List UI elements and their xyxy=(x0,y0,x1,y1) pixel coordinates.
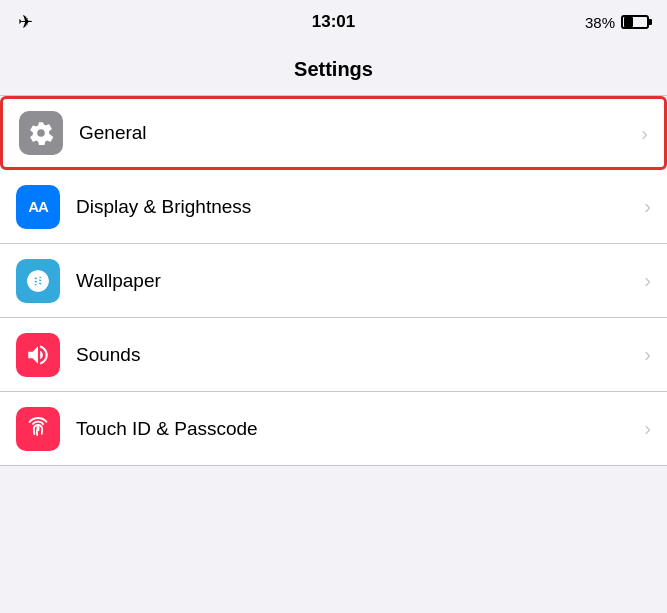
general-chevron: › xyxy=(641,122,648,145)
settings-item-sounds[interactable]: Sounds › xyxy=(0,318,667,392)
wallpaper-svg xyxy=(25,268,51,294)
gear-svg xyxy=(28,120,54,146)
wallpaper-label: Wallpaper xyxy=(76,270,644,292)
general-label: General xyxy=(79,122,641,144)
battery-percent: 38% xyxy=(585,14,615,31)
aa-text: AA xyxy=(28,198,48,215)
touchid-svg xyxy=(25,416,51,442)
nav-bar: Settings xyxy=(0,44,667,96)
display-chevron: › xyxy=(644,195,651,218)
status-bar: ✈ 13:01 38% xyxy=(0,0,667,44)
settings-item-touchid[interactable]: Touch ID & Passcode › xyxy=(0,392,667,466)
settings-item-general[interactable]: General › xyxy=(0,96,667,170)
airplane-icon: ✈ xyxy=(18,11,33,33)
wallpaper-chevron: › xyxy=(644,269,651,292)
display-icon: AA xyxy=(16,185,60,229)
status-right: 38% xyxy=(585,14,649,31)
page-title: Settings xyxy=(294,58,373,81)
battery-icon xyxy=(621,15,649,29)
touchid-label: Touch ID & Passcode xyxy=(76,418,644,440)
wallpaper-icon xyxy=(16,259,60,303)
status-left: ✈ xyxy=(18,11,33,33)
status-time: 13:01 xyxy=(312,12,355,32)
settings-list: General › AA Display & Brightness › Wall… xyxy=(0,96,667,466)
sounds-icon xyxy=(16,333,60,377)
sounds-chevron: › xyxy=(644,343,651,366)
display-label: Display & Brightness xyxy=(76,196,644,218)
touchid-icon xyxy=(16,407,60,451)
sounds-label: Sounds xyxy=(76,344,644,366)
touchid-chevron: › xyxy=(644,417,651,440)
general-icon xyxy=(19,111,63,155)
sounds-svg xyxy=(25,342,51,368)
settings-item-wallpaper[interactable]: Wallpaper › xyxy=(0,244,667,318)
settings-item-display[interactable]: AA Display & Brightness › xyxy=(0,170,667,244)
battery-fill xyxy=(624,17,633,27)
